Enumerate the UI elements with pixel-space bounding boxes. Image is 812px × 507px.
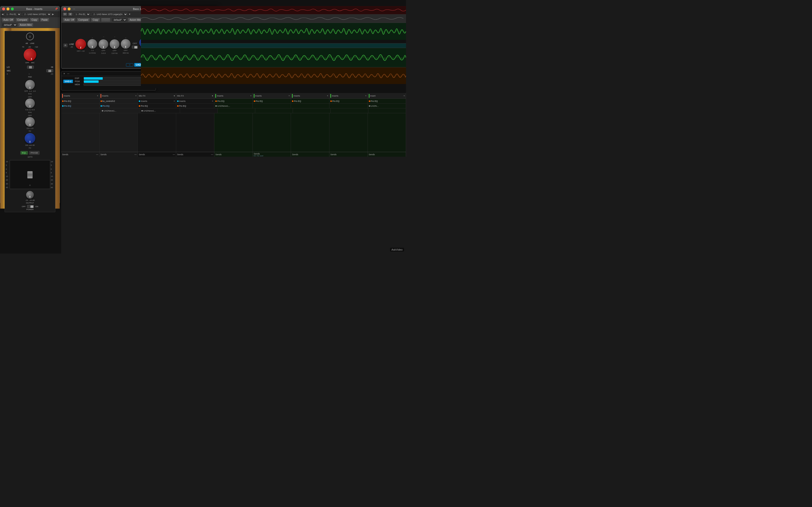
maximize-button-1[interactable] xyxy=(11,7,14,10)
settings-btn-2[interactable]: ⚙ xyxy=(68,12,72,16)
ch9-add-insert-icon[interactable]: + xyxy=(404,95,405,97)
uad-meter-close-icon[interactable]: ✕ xyxy=(63,72,65,75)
preset-select-1[interactable]: default* xyxy=(2,23,17,27)
ch3-insert-1-label[interactable]: Inserts xyxy=(141,100,147,102)
ch4-power-2[interactable] xyxy=(177,105,179,107)
ch4-sends-arrow[interactable]: — xyxy=(211,153,213,156)
eql-button[interactable]: EQL xyxy=(20,151,28,155)
empty-insert-area xyxy=(61,113,406,152)
ch3-power-3[interactable] xyxy=(141,110,143,112)
ch9-insert-1-label[interactable]: Pro EQ xyxy=(371,100,378,102)
neve2-lf-knob[interactable] xyxy=(121,39,131,49)
close-button-1[interactable] xyxy=(2,7,5,10)
mid-gain-knob[interactable] xyxy=(25,99,35,108)
ch2-insert-1-label[interactable]: bx_controlV2 xyxy=(102,100,115,102)
ch9-power-2[interactable] xyxy=(369,105,370,107)
ch2-insert-3-label[interactable]: UADNeve1... xyxy=(104,110,116,112)
hf-gain-knob[interactable] xyxy=(25,80,35,90)
hp-filter-knob[interactable] xyxy=(24,133,35,144)
ch2-power-3[interactable] xyxy=(102,110,103,112)
minimize-button-2[interactable] xyxy=(68,7,70,10)
ch4-mixfx-arrow[interactable]: ▾ xyxy=(212,95,213,97)
ch1-insert-2-label[interactable]: Pro EQ xyxy=(64,105,71,107)
ch1-sends-arrow[interactable]: — xyxy=(96,153,98,156)
ch1-add-insert-icon[interactable]: + xyxy=(97,95,98,97)
ch4-insert-arrow[interactable]: + xyxy=(212,100,213,102)
neve2-hf-knob[interactable] xyxy=(88,39,97,49)
collapse-icon-2[interactable]: — xyxy=(73,8,75,10)
compare-btn-1[interactable]: Compare xyxy=(15,18,29,22)
neve2-input-knob[interactable] xyxy=(75,39,86,50)
neve2-hmf-knob[interactable] xyxy=(99,39,108,49)
ch4-power-1[interactable] xyxy=(177,101,179,102)
ch7-power-1[interactable] xyxy=(292,101,293,102)
ch1-power-2[interactable] xyxy=(62,105,63,107)
ch7-sends-label: Sends xyxy=(292,153,298,156)
sync-btn-2[interactable]: ⟳ xyxy=(63,12,67,16)
auto-off-btn-2[interactable]: Auto: Off xyxy=(63,18,75,22)
ch7-add-insert-icon[interactable]: + xyxy=(327,95,328,97)
ch1-insert-1-label[interactable]: Pro EQ xyxy=(64,100,71,102)
copy-btn-1[interactable]: Copy xyxy=(30,18,39,22)
ch2-add-insert-icon[interactable]: + xyxy=(135,95,137,97)
ch3-mixfx-arrow[interactable]: ▾ xyxy=(174,95,175,97)
compare-btn-2[interactable]: Compare xyxy=(77,18,90,22)
lo-hi-switch[interactable] xyxy=(27,66,34,68)
ch5-insert-2-label[interactable]: UADNeve1... xyxy=(217,105,230,107)
ch3-insert-arrow[interactable]: + xyxy=(173,100,175,102)
neve2-bypass-btn[interactable]: ⟳ xyxy=(63,44,68,47)
phase-button[interactable]: PHASE xyxy=(29,151,40,155)
minimize-button-1[interactable] xyxy=(6,7,9,10)
ch7-insert-1-label[interactable]: Pro EQ xyxy=(294,100,301,102)
ch4-insert-2-label[interactable]: Pro EQ xyxy=(179,105,186,107)
dropdown-arrow-2[interactable]: ▼ xyxy=(129,13,131,15)
lf-gain-knob[interactable] xyxy=(25,117,35,127)
neve2-hf: ~ 7-2 1-6 KHz xyxy=(88,37,97,54)
close-button-2[interactable] xyxy=(63,7,66,10)
device-btn-1[interactable]: Axiom Mini xyxy=(18,23,33,27)
plugin-slot-1a[interactable]: 1 - Pro EQ xyxy=(4,12,21,16)
preset-select-2[interactable]: default* xyxy=(111,18,127,22)
ch6-insert-1-label[interactable]: Pro EQ xyxy=(256,100,263,102)
neve2-lmf-knob[interactable] xyxy=(110,39,119,49)
prev-plugin-btn-1[interactable]: ◀ xyxy=(2,13,3,15)
copy-btn-2[interactable]: Copy xyxy=(91,18,100,22)
ch6-power-1[interactable] xyxy=(254,101,255,102)
plugin-slot-2b[interactable]: 2 - UAD Neve 1073 Legacy(m) xyxy=(91,12,128,16)
uad-meter-minimize-icon[interactable]: — xyxy=(67,72,69,75)
next-plugin-btn-1[interactable]: ▶ xyxy=(52,13,54,15)
plugin-slot-2a[interactable]: 1 - Pro EQ xyxy=(73,12,90,16)
ch2-insert-2-label[interactable]: Pro EQ xyxy=(102,105,110,107)
power-switch[interactable] xyxy=(27,205,34,208)
ch8-add-insert-icon[interactable]: + xyxy=(365,95,366,97)
ch9-insert-2-label[interactable]: UADN... xyxy=(371,105,379,107)
output-knob[interactable] xyxy=(26,191,34,199)
mic-switch[interactable] xyxy=(46,69,53,72)
paste-btn-1[interactable]: Paste xyxy=(40,18,50,22)
ch2-sends-arrow[interactable]: — xyxy=(134,153,137,156)
ch8-power-1[interactable] xyxy=(331,101,332,102)
ch2-power-1[interactable] xyxy=(101,101,102,102)
ch5-power-1[interactable] xyxy=(215,101,217,102)
ch3-power-1[interactable] xyxy=(139,101,140,102)
ch3-sends-arrow[interactable]: — xyxy=(173,153,175,156)
ch3-insert-3-label[interactable]: UADNeve1... xyxy=(143,110,156,112)
neve2-eq-switch[interactable] xyxy=(132,46,138,49)
ch5-add-insert-icon[interactable]: + xyxy=(250,95,252,97)
ch1-power-1[interactable] xyxy=(62,101,63,102)
ch9-power-1[interactable] xyxy=(369,101,370,102)
pin-icon-1[interactable]: 📌 xyxy=(55,7,58,10)
ch6-add-insert-icon[interactable]: + xyxy=(289,95,290,97)
fader-handle-1[interactable] xyxy=(27,171,33,178)
ch5-insert-1-label[interactable]: Pro EQ xyxy=(217,100,224,102)
ch8-insert-1-label[interactable]: Pro EQ xyxy=(332,100,340,102)
ch3-power-2[interactable] xyxy=(139,105,140,107)
input-gain-knob[interactable] xyxy=(22,47,38,63)
ch4-insert-1-label[interactable]: Inserts xyxy=(179,100,186,102)
ch3-insert-2-label[interactable]: Pro EQ xyxy=(141,105,148,107)
ch2-power-2[interactable] xyxy=(101,105,102,107)
plugin-slot-1b[interactable]: 2 - UAD Neve 1073(m) xyxy=(22,12,51,16)
paste-btn-2[interactable]: Paste xyxy=(101,18,111,22)
ch5-power-2[interactable] xyxy=(215,105,217,107)
auto-off-btn-1[interactable]: Auto: Off xyxy=(2,18,14,22)
